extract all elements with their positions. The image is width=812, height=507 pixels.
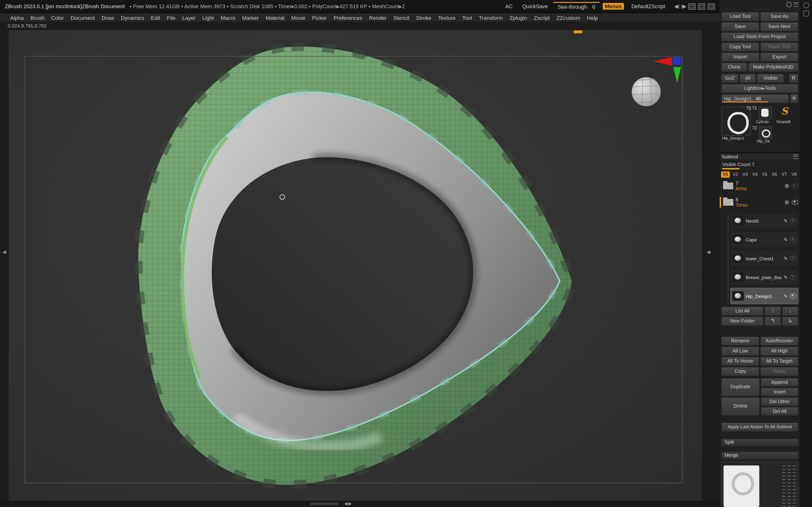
menu-stencil[interactable]: Stencil: [390, 15, 412, 20]
paint-icon[interactable]: ✎: [784, 293, 788, 299]
subtool-item-hip-design1[interactable]: Hip_Design1 ✎: [730, 288, 799, 304]
tab-v7[interactable]: V7: [780, 171, 789, 178]
tab-v8[interactable]: V8: [790, 171, 799, 178]
cylinder-tool-thumbnail[interactable]: [759, 107, 772, 119]
3d-model-hip-design[interactable]: [9, 30, 702, 501]
import-button[interactable]: Import: [721, 53, 759, 62]
list-all-button[interactable]: List All: [721, 306, 764, 316]
split-section-header[interactable]: Split: [721, 439, 799, 447]
menu-light[interactable]: Light: [199, 15, 217, 20]
next-ui-group-icon[interactable]: ||||▶: [681, 4, 686, 8]
quicksave-button[interactable]: QuickSave: [520, 3, 550, 10]
paint-icon[interactable]: ✎: [784, 218, 788, 223]
tab-v5[interactable]: V5: [760, 171, 769, 178]
save-button[interactable]: Save: [721, 22, 759, 32]
delete-button[interactable]: Delete: [721, 397, 760, 416]
menu-texture[interactable]: Texture: [435, 15, 459, 20]
subtool-item-neck5[interactable]: Neck5 ✎: [730, 213, 799, 229]
menu-marker[interactable]: Marker: [239, 15, 262, 20]
all-to-home-button[interactable]: All To Home: [721, 357, 759, 366]
restore-config-icon[interactable]: [698, 3, 705, 9]
menu-dynamics[interactable]: Dynamics: [117, 15, 148, 20]
menu-zscript[interactable]: Zscript: [530, 15, 553, 20]
menu-alpha[interactable]: Alpha: [7, 15, 27, 20]
hip-design-small-thumbnail[interactable]: [759, 126, 772, 139]
prev-ui-group-icon[interactable]: ◀||||: [674, 4, 679, 8]
del-all-button[interactable]: Del All: [761, 407, 799, 416]
load-tool-button[interactable]: Load Tool: [721, 12, 759, 21]
menu-transform[interactable]: Transform: [475, 15, 506, 20]
tab-v1[interactable]: V1: [721, 171, 730, 178]
duplicate-button[interactable]: Duplicate: [721, 378, 760, 396]
menu-help[interactable]: Help: [583, 15, 601, 20]
palette-menu-icon[interactable]: [794, 2, 799, 7]
notification-chip[interactable]: [574, 31, 582, 33]
rename-button[interactable]: Rename: [721, 337, 759, 346]
menu-edit[interactable]: Edit: [148, 15, 164, 20]
load-tools-from-project-button[interactable]: Load Tools From Project: [721, 32, 799, 42]
subtool-item-breast-plate-backup[interactable]: Breast_plate_BackUp ✎: [730, 269, 799, 285]
new-folder-button[interactable]: New Folder: [721, 317, 764, 326]
menu-file[interactable]: File: [164, 15, 179, 20]
subtool-item-lower-chest1[interactable]: lower_Chest1 ✎: [730, 250, 799, 267]
paste-tool-button[interactable]: Paste Tool: [760, 43, 799, 52]
apply-last-action-button[interactable]: Apply Last Action To All Subtool: [721, 422, 799, 432]
viewport-canvas[interactable]: [9, 30, 702, 501]
merge-section-header[interactable]: Merge: [721, 451, 799, 460]
bottom-scroll-strip[interactable]: ◀▶: [0, 501, 720, 507]
palette-circle-icon[interactable]: [786, 2, 792, 7]
lightbox-tools-button[interactable]: Lightbox▸Tools: [721, 84, 799, 93]
tab-v4[interactable]: V4: [751, 171, 760, 178]
paint-icon[interactable]: ✎: [784, 237, 788, 242]
tab-v2[interactable]: V2: [731, 171, 740, 178]
paint-icon[interactable]: ✎: [784, 275, 788, 280]
right-tray-arrow[interactable]: ◀: [707, 249, 710, 255]
visibility-eye-icon[interactable]: [790, 256, 797, 261]
save-as-button[interactable]: Save As: [760, 12, 799, 21]
menu-movie[interactable]: Movie: [288, 15, 309, 20]
autoreorder-button[interactable]: AutoReorder: [760, 337, 799, 346]
menu-brush[interactable]: Brush: [27, 15, 48, 20]
see-through-slider[interactable]: See-through 0: [555, 3, 598, 10]
paste-subtool-button[interactable]: Paste: [760, 367, 799, 376]
gear-icon[interactable]: ⚙: [784, 183, 789, 189]
visibility-eye-icon[interactable]: [792, 183, 799, 188]
menu-document[interactable]: Document: [67, 15, 98, 20]
shelf-circle-icon[interactable]: [803, 2, 809, 8]
goz-all-button[interactable]: All: [740, 74, 756, 83]
visibility-eye-icon[interactable]: [790, 218, 797, 223]
copy-subtool-button[interactable]: Copy: [721, 367, 759, 376]
subtool-item-cape[interactable]: Cape ✎: [730, 231, 799, 248]
subtool-menu-icon[interactable]: [793, 155, 798, 159]
menu-render[interactable]: Render: [366, 15, 390, 20]
simple-brush-icon[interactable]: S: [781, 105, 788, 117]
menu-color[interactable]: Color: [48, 15, 67, 20]
left-tray-arrow[interactable]: ◀: [2, 249, 6, 255]
subtool-folder-arms[interactable]: 7 Arms ⚙: [721, 180, 799, 192]
menu-draw[interactable]: Draw: [98, 15, 117, 20]
all-to-target-button[interactable]: All To Target: [760, 357, 799, 366]
horizontal-scrollbar[interactable]: [310, 503, 338, 505]
menu-tool[interactable]: Tool: [459, 15, 475, 20]
window-layout-icon[interactable]: [708, 3, 715, 9]
move-down-icon[interactable]: ↓: [782, 306, 799, 316]
menus-button[interactable]: Menus: [603, 3, 624, 10]
menu-zzcustom[interactable]: ZZcustom: [553, 15, 583, 20]
paint-icon[interactable]: ✎: [784, 256, 788, 261]
visibility-eye-icon[interactable]: [790, 294, 797, 298]
menu-stroke[interactable]: Stroke: [412, 15, 435, 20]
bottom-scroll-arrows[interactable]: ◀▶: [344, 501, 353, 506]
store-config-icon[interactable]: [688, 3, 696, 9]
menu-preferences[interactable]: Preferences: [330, 15, 366, 20]
export-button[interactable]: Export: [760, 53, 799, 62]
all-high-button[interactable]: All High: [760, 347, 799, 356]
goz-button[interactable]: GoZ: [721, 74, 739, 83]
menu-macro[interactable]: Macro: [217, 15, 239, 20]
menu-material[interactable]: Material: [262, 15, 288, 20]
default-zscript-button[interactable]: DefaultZScript: [629, 3, 667, 10]
move-out-of-folder-icon[interactable]: ↰: [765, 317, 781, 326]
project-preview-box[interactable]: [721, 462, 799, 507]
append-button[interactable]: Append: [761, 378, 799, 387]
del-other-button[interactable]: Del Other: [761, 397, 799, 406]
copy-tool-button[interactable]: Copy Tool: [721, 43, 759, 52]
